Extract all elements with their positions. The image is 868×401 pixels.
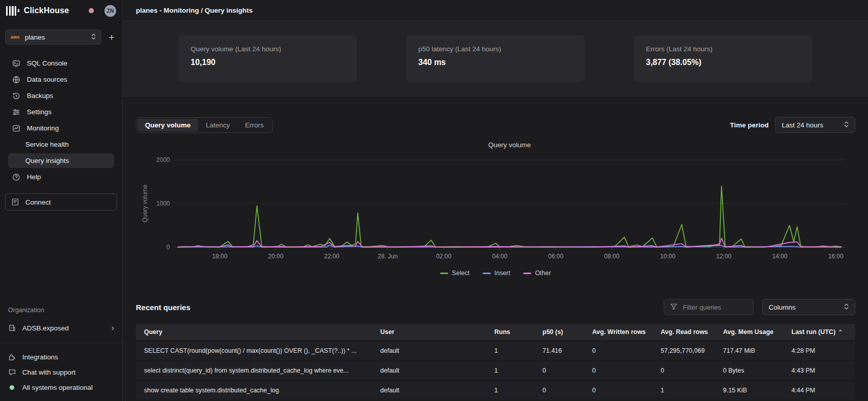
stat-value: 340 ms	[418, 58, 572, 67]
chevron-updown-icon	[91, 33, 96, 42]
sidebar-item-label: Monitoring	[27, 124, 59, 132]
sidebar-item-backups[interactable]: Backups	[8, 88, 114, 103]
svg-text:2000: 2000	[156, 156, 170, 163]
service-selector[interactable]: aws planes	[5, 29, 101, 45]
stat-value: 3,877 (38.05%)	[646, 58, 800, 67]
cell-runs: 1	[488, 381, 536, 399]
chat-icon	[8, 368, 16, 376]
sidebar-item-query-insights[interactable]: Query insights	[8, 153, 114, 168]
tab-latency[interactable]: Latency	[198, 119, 237, 131]
cell-user: default	[374, 381, 488, 399]
column-header-last-run-utc[interactable]: Last run (UTC)⌃	[785, 324, 855, 340]
main: planes - Monitoring / Query insights Que…	[123, 0, 868, 401]
column-header-avg-read-rows[interactable]: Avg. Read rows	[655, 324, 717, 340]
sidebar-item-sql-console[interactable]: SQL Console	[8, 56, 114, 71]
columns-label: Columns	[769, 304, 840, 311]
legend-label: Insert	[494, 270, 510, 277]
sidebar-item-label: Help	[27, 173, 41, 181]
legend-item-insert[interactable]: Insert	[483, 270, 510, 277]
cell-last-run: 4:43 PM	[785, 361, 855, 380]
cell-avg-read: 1	[655, 381, 717, 399]
sidebar-footer: IntegrationsChat with supportAll systems…	[0, 349, 122, 401]
time-period-label: Time period	[730, 121, 769, 129]
svg-text:Query volume: Query volume	[141, 184, 149, 222]
cell-avg-written: 0	[586, 342, 655, 360]
svg-text:22:00: 22:00	[324, 253, 339, 260]
column-header-query[interactable]: Query	[136, 324, 374, 340]
cell-avg-written: 0	[586, 361, 655, 380]
sort-asc-icon: ⌃	[836, 329, 843, 335]
svg-text:0: 0	[166, 244, 170, 251]
help-icon	[12, 173, 21, 181]
sidebar-item-label: Settings	[27, 108, 52, 116]
sidebar: ClickHouse ZN aws planes + SQL ConsoleDa…	[0, 0, 123, 401]
sidebar-footer-chat-with-support[interactable]: Chat with support	[0, 364, 122, 380]
columns-select[interactable]: Columns	[762, 299, 855, 315]
cell-p50: 0	[536, 361, 586, 380]
monitoring-icon	[12, 124, 21, 132]
column-header-runs[interactable]: Runs	[488, 324, 536, 340]
cell-avg-mem: 717.47 MiB	[717, 342, 785, 360]
svg-text:02:00: 02:00	[436, 253, 451, 260]
legend-swatch-icon	[440, 273, 448, 274]
legend-label: Select	[452, 270, 469, 277]
table-header-row: QueryUserRunsp50 (s)Avg. Written rowsAvg…	[136, 324, 855, 340]
aws-icon: aws	[11, 35, 20, 40]
sidebar-item-settings[interactable]: Settings	[8, 105, 114, 119]
cell-p50: 71.416	[536, 342, 586, 360]
integrations-icon	[8, 353, 16, 361]
sidebar-item-data-sources[interactable]: Data sources	[8, 72, 114, 87]
filter-queries-input[interactable]	[682, 303, 747, 312]
svg-text:12:00: 12:00	[716, 253, 731, 260]
svg-text:1000: 1000	[156, 200, 170, 207]
recent-queries-header: Recent queries Columns	[136, 299, 855, 315]
legend-item-select[interactable]: Select	[440, 270, 469, 277]
cell-last-run: 4:44 PM	[785, 381, 855, 399]
query-volume-chart: Query volume010002000Query volume18:0020…	[136, 139, 856, 267]
breadcrumb: planes - Monitoring / Query insights	[136, 7, 252, 14]
recent-queries-title: Recent queries	[136, 303, 191, 312]
chart-area: Query volume010002000Query volume18:0020…	[136, 139, 855, 277]
column-header-user[interactable]: User	[374, 324, 488, 340]
sidebar-item-help[interactable]: Help	[8, 170, 114, 184]
connect-button[interactable]: Connect	[5, 193, 117, 211]
organization-item[interactable]: ADSB.exposed ›	[0, 320, 122, 336]
app: ClickHouse ZN aws planes + SQL ConsoleDa…	[0, 0, 868, 401]
cell-last-run: 4:28 PM	[785, 342, 855, 360]
sidebar-item-monitoring[interactable]: Monitoring	[8, 121, 114, 136]
sidebar-footer-integrations[interactable]: Integrations	[0, 349, 122, 364]
legend-item-other[interactable]: Other	[523, 270, 551, 277]
table-row[interactable]: select distrinct(query_id) from system.d…	[136, 361, 855, 380]
stat-label: p50 latency (Last 24 hours)	[418, 45, 572, 53]
settings-icon	[12, 108, 21, 116]
column-header-p50-s[interactable]: p50 (s)	[536, 324, 586, 340]
svg-text:06:00: 06:00	[548, 253, 563, 260]
svg-text:16:00: 16:00	[828, 253, 843, 260]
cell-query: show create table system.distributed_cac…	[136, 381, 374, 399]
tab-errors[interactable]: Errors	[237, 119, 271, 131]
time-period-select[interactable]: Last 24 hours	[775, 117, 855, 133]
chart-legend: SelectInsertOther	[136, 270, 855, 277]
sidebar-footer-all-systems-operational[interactable]: All systems operational	[0, 380, 122, 395]
filter-queries-box	[664, 299, 754, 315]
organization-section-label: Organization	[0, 307, 122, 314]
chevron-updown-icon	[844, 121, 849, 129]
add-service-button[interactable]: +	[106, 32, 117, 42]
notification-dot-icon[interactable]	[89, 8, 94, 13]
tab-query-volume[interactable]: Query volume	[137, 119, 198, 131]
column-header-avg-mem-usage[interactable]: Avg. Mem Usage	[717, 324, 785, 340]
sidebar-item-label: SQL Console	[27, 59, 67, 67]
legend-label: Other	[535, 270, 551, 277]
avatar[interactable]: ZN	[104, 5, 116, 17]
cell-avg-mem: 9.15 KiB	[717, 381, 785, 399]
svg-text:18:00: 18:00	[212, 253, 227, 260]
stat-label: Query volume (Last 24 hours)	[191, 45, 345, 53]
column-header-avg-written-rows[interactable]: Avg. Written rows	[586, 324, 655, 340]
service-selector-row: aws planes +	[5, 29, 117, 45]
table-row[interactable]: show create table system.distributed_cac…	[136, 381, 855, 399]
sidebar-item-label: Data sources	[27, 76, 67, 83]
recent-queries-table: QueryUserRunsp50 (s)Avg. Written rowsAvg…	[136, 322, 855, 401]
table-row[interactable]: SELECT CAST(round(pow(count() / max(coun…	[136, 342, 855, 360]
sidebar-item-service-health[interactable]: Service health	[8, 137, 114, 152]
svg-text:20:00: 20:00	[268, 253, 283, 260]
